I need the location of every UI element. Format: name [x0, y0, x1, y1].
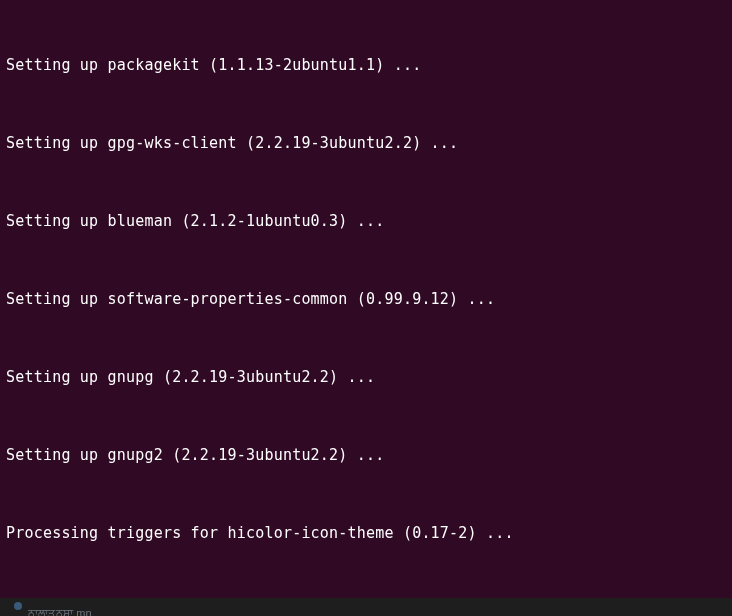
output-line: Setting up gnupg2 (2.2.19-3ubuntu2.2) ..… [6, 442, 726, 468]
output-line: Processing triggers for hicolor-icon-the… [6, 520, 726, 546]
tab-app-icon [14, 602, 22, 610]
bottom-taskbar: ਨਾਲਾਤਨਸ਼ਾ mn [0, 598, 732, 616]
output-line: Setting up gpg-wks-client (2.2.19-3ubunt… [6, 130, 726, 156]
output-line: Setting up software-properties-common (0… [6, 286, 726, 312]
output-line: Setting up packagekit (1.1.13-2ubuntu1.1… [6, 52, 726, 78]
output-line: Setting up blueman (2.1.2-1ubuntu0.3) ..… [6, 208, 726, 234]
terminal-output[interactable]: Setting up packagekit (1.1.13-2ubuntu1.1… [6, 0, 726, 616]
tab-label[interactable]: ਨਾਲਾਤਨਸ਼ਾ mn [28, 600, 92, 616]
output-line: Setting up gnupg (2.2.19-3ubuntu2.2) ... [6, 364, 726, 390]
